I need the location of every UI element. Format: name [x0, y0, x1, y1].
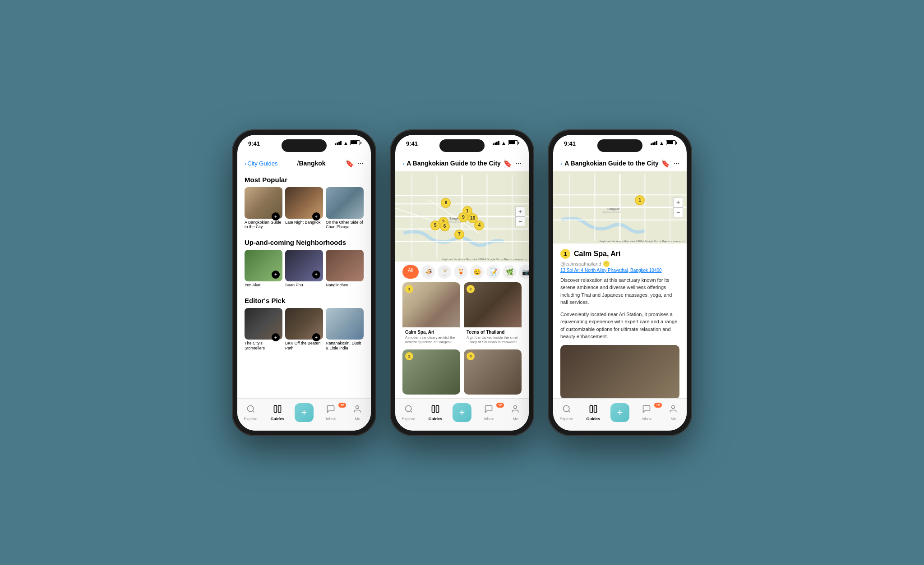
map-pin-7[interactable]: 7 [454, 230, 464, 239]
card-image-chao-phraya [326, 187, 364, 219]
tab-label-inbox-1: Inbox [326, 417, 336, 421]
map-zoom-controls-2[interactable]: + − [515, 207, 525, 226]
map-pin-5[interactable]: 5 [430, 220, 440, 230]
venue-address[interactable]: 13 Soi Ari 4 North Alley Phayathai, Bang… [560, 268, 679, 273]
filter-plant-button[interactable]: 🌿 [503, 265, 516, 279]
tab-guides-2[interactable]: Guides [422, 404, 448, 421]
tab-explore-2[interactable]: Explore [395, 404, 422, 421]
more-icon-2[interactable]: ··· [516, 159, 522, 167]
detail-scroll-3: 1 Calm Spa, Ari @calmspathailand ✓ 13 So… [553, 243, 687, 398]
list-item[interactable]: Rattanakosin, Dusit & Little India [326, 308, 364, 351]
content-scroll-1: Most Popular + A Bangkokian Guide to the… [237, 171, 371, 398]
list-item[interactable]: On the Other Side of Chao Phraya [326, 187, 364, 230]
add-button-3[interactable]: + [610, 403, 629, 422]
filter-all-button[interactable]: All [402, 265, 419, 279]
status-time-3: 9:41 [564, 140, 576, 147]
list-item[interactable]: + Late Night Bangkok [285, 187, 323, 230]
map-roads-svg-3: Bangkok กรุงเทพมหานคร [553, 171, 687, 243]
list-item[interactable]: 3 [402, 349, 460, 395]
place-badge-4: 4 [467, 352, 475, 360]
list-item[interactable]: 4 [464, 349, 522, 395]
list-item[interactable]: + Yen Akat [245, 250, 282, 288]
map-pin-9[interactable]: 9 [458, 212, 468, 222]
list-item[interactable]: 2 Teens of Thailand A gin bar tucked ins… [464, 282, 522, 346]
tab-add-1[interactable]: + [291, 403, 317, 422]
card-action-btn-1[interactable]: + [272, 212, 280, 220]
more-icon-1[interactable]: ··· [358, 159, 364, 167]
page-title-1: /Bangkok [278, 160, 345, 167]
bookmark-icon-1[interactable]: 🔖 [345, 159, 354, 168]
list-item[interactable]: + BKK Off the Beaten Path [285, 308, 323, 351]
back-button-1[interactable]: ‹ City Guides [245, 160, 278, 167]
card-image-nanglinchee [326, 250, 364, 281]
explore-icon-2 [404, 404, 413, 416]
more-icon-3[interactable]: ··· [674, 159, 679, 167]
card-action-btn-4[interactable]: + [312, 271, 320, 279]
card-label-bangkokian: A Bangkokian Guide to the City [245, 220, 282, 230]
filter-cocktail-button[interactable]: 🍹 [454, 265, 467, 279]
tab-me-1[interactable]: Me [344, 404, 371, 421]
venue-name: Calm Spa, Ari [574, 250, 620, 258]
map-pin-8[interactable]: 8 [441, 198, 451, 208]
wifi-icon-3: ▲ [659, 140, 664, 146]
map-area-3[interactable]: Bangkok กรุงเทพมหานคร 1 + − Keyboard sho… [553, 171, 687, 243]
tab-guides-1[interactable]: Guides [264, 404, 291, 421]
zoom-out-button-2[interactable]: − [515, 216, 525, 226]
bookmark-icon-3[interactable]: 🔖 [661, 159, 670, 168]
filter-note-button[interactable]: 📝 [486, 265, 500, 279]
list-item[interactable]: + Suan Phu [285, 250, 323, 288]
phone-2: 9:41 ▲ ‹ [390, 129, 534, 436]
list-item[interactable]: Nanglinchee [326, 250, 364, 288]
svg-point-19 [405, 405, 411, 411]
card-action-btn-2[interactable]: + [312, 212, 320, 220]
phones-container: 9:41 ▲ ‹ Cit [232, 129, 692, 436]
tab-inbox-1[interactable]: 12 Inbox [318, 404, 344, 421]
card-action-btn-3[interactable]: + [272, 271, 280, 279]
filter-photo-button[interactable]: 📷 [519, 265, 529, 279]
map-pin-6[interactable]: 6 [440, 221, 450, 231]
dynamic-island-2 [439, 139, 485, 152]
filter-food-button[interactable]: 🍜 [421, 265, 435, 279]
filter-bar-button[interactable]: 🍸 [438, 265, 451, 279]
svg-rect-1 [274, 405, 277, 412]
tab-label-me-2: Me [513, 417, 518, 421]
tab-add-3[interactable]: + [606, 403, 633, 422]
bookmark-icon-2[interactable]: 🔖 [503, 159, 512, 168]
svg-rect-20 [432, 405, 434, 412]
tab-me-3[interactable]: Me [660, 404, 687, 421]
tab-inbox-2[interactable]: 12 Inbox [476, 404, 502, 421]
list-item[interactable]: + The City's Storytellers [245, 308, 282, 351]
map-zoom-controls-3[interactable]: + − [673, 198, 683, 217]
list-item[interactable]: + A Bangkokian Guide to the City [245, 187, 282, 230]
tab-explore-3[interactable]: Explore [553, 404, 580, 421]
tab-inbox-3[interactable]: 12 Inbox [633, 404, 660, 421]
svg-text:Bangkok: Bangkok [607, 207, 620, 211]
wifi-icon-1: ▲ [343, 140, 348, 146]
card-label-nanglinchee: Nanglinchee [326, 283, 364, 288]
filter-happy-button[interactable]: 😊 [470, 265, 484, 279]
phone-3: 9:41 ▲ ‹ [548, 129, 692, 436]
card-image-editors3 [326, 308, 364, 340]
zoom-out-button-3[interactable]: − [673, 207, 683, 217]
tab-explore-1[interactable]: Explore [237, 404, 264, 421]
zoom-in-button-2[interactable]: + [515, 207, 525, 216]
card-action-btn-6[interactable]: + [312, 333, 320, 341]
signal-icon-2 [493, 141, 499, 145]
nav-actions-1: 🔖 ··· [345, 159, 364, 168]
tab-add-2[interactable]: + [448, 403, 475, 422]
venue-description-1: Discover relaxation at this sanctuary kn… [560, 276, 679, 306]
add-button-1[interactable]: + [295, 403, 314, 422]
list-item[interactable]: 1 Calm Spa, Ari A modern sanctuary amids… [402, 282, 460, 346]
card-action-btn-5[interactable]: + [272, 333, 280, 341]
add-button-2[interactable]: + [453, 403, 471, 422]
tab-guides-3[interactable]: Guides [580, 404, 606, 421]
map-area-2[interactable]: Bangkok กรุงเทพมหานคร 8 1 9 10 2 5 6 4 7… [395, 171, 529, 262]
map-pin-4[interactable]: 4 [474, 220, 484, 230]
map-pin-detail-1[interactable]: 1 [635, 195, 645, 205]
zoom-in-button-3[interactable]: + [673, 198, 683, 207]
battery-icon-1 [350, 140, 360, 145]
tab-me-2[interactable]: Me [502, 404, 529, 421]
page-title-3: A Bangkokian Guide to the City [562, 160, 661, 167]
tab-label-inbox-3: Inbox [642, 417, 651, 421]
svg-rect-2 [278, 405, 281, 412]
